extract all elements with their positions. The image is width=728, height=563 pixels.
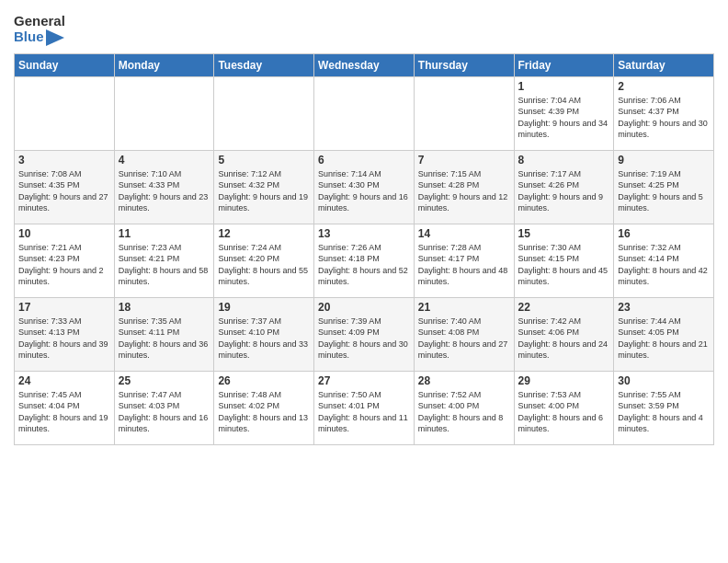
day-number: 30 — [618, 374, 710, 387]
day-cell: 9Sunrise: 7:19 AM Sunset: 4:25 PM Daylig… — [614, 150, 714, 224]
day-cell — [214, 76, 314, 150]
day-info: Sunrise: 7:33 AM Sunset: 4:13 PM Dayligh… — [18, 316, 110, 362]
day-cell: 4Sunrise: 7:10 AM Sunset: 4:33 PM Daylig… — [114, 150, 214, 224]
day-number: 24 — [18, 374, 110, 387]
day-info: Sunrise: 7:24 AM Sunset: 4:20 PM Dayligh… — [218, 242, 310, 288]
day-cell: 2Sunrise: 7:06 AM Sunset: 4:37 PM Daylig… — [614, 76, 714, 150]
day-info: Sunrise: 7:47 AM Sunset: 4:03 PM Dayligh… — [119, 389, 210, 435]
logo-text-block: General Blue — [14, 14, 65, 46]
day-info: Sunrise: 7:53 AM Sunset: 4:00 PM Dayligh… — [518, 389, 610, 435]
day-number: 27 — [318, 374, 410, 387]
day-cell: 24Sunrise: 7:45 AM Sunset: 4:04 PM Dayli… — [15, 371, 115, 444]
day-number: 8 — [518, 154, 610, 167]
day-info: Sunrise: 7:55 AM Sunset: 3:59 PM Dayligh… — [618, 389, 710, 435]
day-cell: 19Sunrise: 7:37 AM Sunset: 4:10 PM Dayli… — [214, 297, 314, 371]
day-cell — [314, 76, 415, 150]
day-number: 7 — [418, 154, 510, 167]
day-info: Sunrise: 7:19 AM Sunset: 4:25 PM Dayligh… — [618, 168, 710, 214]
day-number: 12 — [218, 227, 310, 240]
day-cell: 28Sunrise: 7:52 AM Sunset: 4:00 PM Dayli… — [414, 371, 514, 444]
main-container: General Blue SundayMondayTuesdayWednesda… — [0, 0, 728, 563]
day-info: Sunrise: 7:10 AM Sunset: 4:33 PM Dayligh… — [119, 168, 210, 214]
day-cell: 3Sunrise: 7:08 AM Sunset: 4:35 PM Daylig… — [15, 150, 115, 224]
day-info: Sunrise: 7:39 AM Sunset: 4:09 PM Dayligh… — [318, 316, 410, 362]
day-number: 15 — [518, 227, 610, 240]
weekday-tuesday: Tuesday — [214, 53, 314, 76]
day-number: 22 — [518, 301, 610, 314]
day-info: Sunrise: 7:14 AM Sunset: 4:30 PM Dayligh… — [318, 168, 410, 214]
day-info: Sunrise: 7:50 AM Sunset: 4:01 PM Dayligh… — [318, 389, 410, 435]
week-row-4: 17Sunrise: 7:33 AM Sunset: 4:13 PM Dayli… — [15, 297, 714, 371]
day-number: 1 — [518, 80, 610, 93]
day-cell: 13Sunrise: 7:26 AM Sunset: 4:18 PM Dayli… — [314, 224, 415, 297]
weekday-header-row: SundayMondayTuesdayWednesdayThursdayFrid… — [15, 53, 714, 76]
week-row-2: 3Sunrise: 7:08 AM Sunset: 4:35 PM Daylig… — [15, 150, 714, 224]
day-number: 13 — [318, 227, 410, 240]
day-cell: 21Sunrise: 7:40 AM Sunset: 4:08 PM Dayli… — [414, 297, 514, 371]
day-info: Sunrise: 7:21 AM Sunset: 4:23 PM Dayligh… — [18, 242, 110, 288]
day-cell: 30Sunrise: 7:55 AM Sunset: 3:59 PM Dayli… — [614, 371, 714, 444]
day-number: 9 — [618, 154, 710, 167]
day-info: Sunrise: 7:52 AM Sunset: 4:00 PM Dayligh… — [418, 389, 510, 435]
day-cell: 12Sunrise: 7:24 AM Sunset: 4:20 PM Dayli… — [214, 224, 314, 297]
day-info: Sunrise: 7:08 AM Sunset: 4:35 PM Dayligh… — [18, 168, 110, 214]
day-number: 21 — [418, 301, 510, 314]
weekday-saturday: Saturday — [614, 53, 714, 76]
day-info: Sunrise: 7:06 AM Sunset: 4:37 PM Dayligh… — [618, 95, 710, 141]
day-info: Sunrise: 7:37 AM Sunset: 4:10 PM Dayligh… — [218, 316, 310, 362]
day-info: Sunrise: 7:15 AM Sunset: 4:28 PM Dayligh… — [418, 168, 510, 214]
weekday-friday: Friday — [514, 53, 614, 76]
day-cell: 7Sunrise: 7:15 AM Sunset: 4:28 PM Daylig… — [414, 150, 514, 224]
day-cell: 18Sunrise: 7:35 AM Sunset: 4:11 PM Dayli… — [114, 297, 214, 371]
day-cell: 23Sunrise: 7:44 AM Sunset: 4:05 PM Dayli… — [614, 297, 714, 371]
day-number: 23 — [618, 301, 710, 314]
week-row-3: 10Sunrise: 7:21 AM Sunset: 4:23 PM Dayli… — [15, 224, 714, 297]
day-cell: 1Sunrise: 7:04 AM Sunset: 4:39 PM Daylig… — [514, 76, 614, 150]
day-cell: 6Sunrise: 7:14 AM Sunset: 4:30 PM Daylig… — [314, 150, 415, 224]
weekday-sunday: Sunday — [15, 53, 115, 76]
day-cell — [15, 76, 115, 150]
day-info: Sunrise: 7:12 AM Sunset: 4:32 PM Dayligh… — [218, 168, 310, 214]
day-cell — [114, 76, 214, 150]
logo: General Blue — [14, 14, 65, 46]
day-cell: 14Sunrise: 7:28 AM Sunset: 4:17 PM Dayli… — [414, 224, 514, 297]
day-cell: 10Sunrise: 7:21 AM Sunset: 4:23 PM Dayli… — [15, 224, 115, 297]
day-number: 4 — [119, 154, 210, 167]
day-number: 14 — [418, 227, 510, 240]
day-info: Sunrise: 7:28 AM Sunset: 4:17 PM Dayligh… — [418, 242, 510, 288]
day-cell: 20Sunrise: 7:39 AM Sunset: 4:09 PM Dayli… — [314, 297, 415, 371]
day-cell: 5Sunrise: 7:12 AM Sunset: 4:32 PM Daylig… — [214, 150, 314, 224]
day-cell: 15Sunrise: 7:30 AM Sunset: 4:15 PM Dayli… — [514, 224, 614, 297]
day-number: 5 — [218, 154, 310, 167]
svg-marker-0 — [46, 29, 64, 46]
header: General Blue — [14, 9, 714, 46]
day-cell: 16Sunrise: 7:32 AM Sunset: 4:14 PM Dayli… — [614, 224, 714, 297]
day-info: Sunrise: 7:26 AM Sunset: 4:18 PM Dayligh… — [318, 242, 410, 288]
day-number: 25 — [119, 374, 210, 387]
day-info: Sunrise: 7:04 AM Sunset: 4:39 PM Dayligh… — [518, 95, 610, 141]
day-number: 2 — [618, 80, 710, 93]
day-info: Sunrise: 7:42 AM Sunset: 4:06 PM Dayligh… — [518, 316, 610, 362]
day-info: Sunrise: 7:32 AM Sunset: 4:14 PM Dayligh… — [618, 242, 710, 288]
day-number: 16 — [618, 227, 710, 240]
day-number: 6 — [318, 154, 410, 167]
day-number: 28 — [418, 374, 510, 387]
weekday-thursday: Thursday — [414, 53, 514, 76]
day-number: 18 — [119, 301, 210, 314]
day-info: Sunrise: 7:48 AM Sunset: 4:02 PM Dayligh… — [218, 389, 310, 435]
weekday-monday: Monday — [114, 53, 214, 76]
calendar-table: SundayMondayTuesdayWednesdayThursdayFrid… — [14, 53, 714, 445]
week-row-5: 24Sunrise: 7:45 AM Sunset: 4:04 PM Dayli… — [15, 371, 714, 444]
logo-general: General — [14, 14, 65, 29]
day-info: Sunrise: 7:40 AM Sunset: 4:08 PM Dayligh… — [418, 316, 510, 362]
week-row-1: 1Sunrise: 7:04 AM Sunset: 4:39 PM Daylig… — [15, 76, 714, 150]
day-number: 11 — [119, 227, 210, 240]
day-info: Sunrise: 7:17 AM Sunset: 4:26 PM Dayligh… — [518, 168, 610, 214]
day-number: 10 — [18, 227, 110, 240]
day-cell: 26Sunrise: 7:48 AM Sunset: 4:02 PM Dayli… — [214, 371, 314, 444]
day-number: 3 — [18, 154, 110, 167]
day-cell: 27Sunrise: 7:50 AM Sunset: 4:01 PM Dayli… — [314, 371, 415, 444]
weekday-wednesday: Wednesday — [314, 53, 415, 76]
day-info: Sunrise: 7:44 AM Sunset: 4:05 PM Dayligh… — [618, 316, 710, 362]
day-cell: 17Sunrise: 7:33 AM Sunset: 4:13 PM Dayli… — [15, 297, 115, 371]
